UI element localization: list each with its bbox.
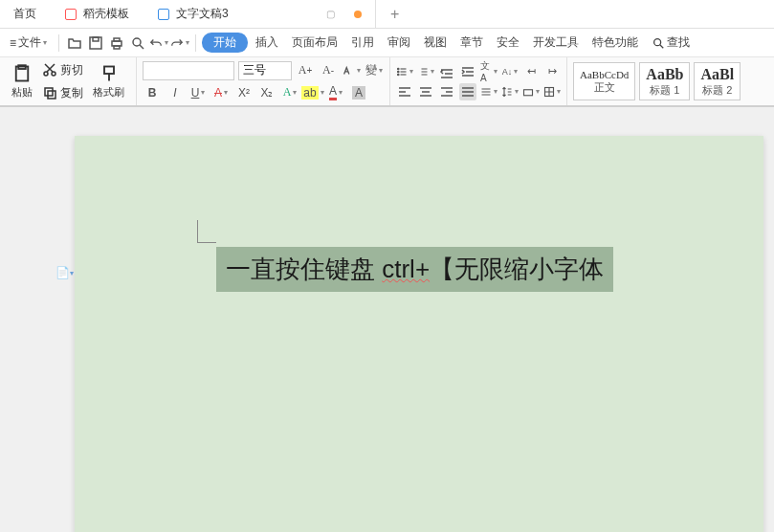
menu-start[interactable]: 开始 (202, 33, 248, 53)
font-color-button[interactable]: A (326, 83, 345, 102)
cursor-indicator (197, 220, 216, 243)
style-body[interactable]: AaBbCcDd 正文 (573, 62, 635, 100)
font-group: A+ A- 變 B I U A X² X₂ A ab A A (137, 57, 390, 105)
menu-insert[interactable]: 插入 (250, 31, 284, 55)
restore-icon[interactable]: ▢ (326, 9, 335, 19)
svg-rect-1 (93, 37, 99, 41)
menu-special[interactable]: 特色功能 (586, 31, 644, 55)
text-direction-button[interactable]: 文A (480, 63, 498, 80)
svg-rect-0 (90, 37, 101, 49)
change-case-button[interactable] (342, 61, 361, 80)
numbering-button[interactable] (417, 63, 434, 80)
print-icon[interactable] (107, 33, 126, 53)
subscript-button[interactable]: X₂ (257, 83, 276, 102)
indent-button[interactable]: ↦ (543, 63, 561, 80)
paste-button[interactable]: 粘贴 (6, 64, 38, 100)
menu-reference[interactable]: 引用 (345, 31, 380, 55)
svg-rect-4 (114, 46, 120, 49)
menu-devtools[interactable]: 开发工具 (527, 31, 585, 55)
app-menu-button[interactable]: ≡文件▾ (4, 31, 53, 55)
copy-button[interactable]: 复制 (38, 83, 87, 103)
svg-point-6 (654, 38, 661, 45)
sort-button[interactable]: A↓ (501, 63, 519, 80)
separator (195, 34, 196, 52)
template-icon (64, 8, 77, 21)
text-effects-button[interactable]: A (280, 83, 299, 102)
menu-layout[interactable]: 页面布局 (286, 31, 343, 55)
search-button[interactable]: 查找 (646, 31, 696, 55)
superscript-button[interactable]: X² (234, 83, 254, 102)
undo-button[interactable] (149, 33, 168, 53)
separator (58, 34, 59, 52)
menu-chapter[interactable]: 章节 (454, 31, 489, 55)
svg-point-14 (398, 68, 400, 70)
italic-button[interactable]: I (166, 83, 185, 102)
outdent-button[interactable]: ↤ (522, 63, 540, 80)
align-left-button[interactable] (396, 83, 413, 100)
borders-button[interactable] (543, 83, 561, 100)
distribute-button[interactable] (480, 83, 498, 100)
tab-template[interactable]: 稻壳模板 (51, 0, 144, 28)
line-spacing-button[interactable] (501, 83, 519, 100)
shading-button[interactable] (522, 83, 540, 100)
paragraph-marker-icon[interactable]: 📄▾ (55, 264, 73, 281)
svg-point-15 (398, 71, 400, 73)
document-canvas[interactable]: 📄▾ 一直按住键盘 ctrl+【无限缩小字体 (0, 107, 774, 532)
format-painter-button[interactable]: 格式刷 (87, 64, 130, 100)
tab-document[interactable]: 文字文稿3 ▢ (144, 0, 376, 28)
indent-decrease-button[interactable] (438, 63, 455, 80)
svg-point-16 (398, 74, 400, 76)
shrink-font-button[interactable]: A- (319, 61, 338, 80)
doc-icon (157, 8, 170, 21)
clipboard-group: 粘贴 剪切 复制 格式刷 (0, 57, 137, 105)
new-tab-button[interactable]: + (376, 0, 414, 28)
bullets-button[interactable] (396, 63, 413, 80)
svg-rect-3 (114, 38, 120, 41)
document-tabs: 首页 稻壳模板 文字文稿3 ▢ + (0, 0, 774, 29)
selected-text[interactable]: 一直按住键盘 ctrl+【无限缩小字体 (216, 247, 613, 292)
svg-point-9 (44, 72, 48, 76)
align-right-button[interactable] (438, 83, 455, 100)
style-heading2[interactable]: AaBl 标题 2 (694, 62, 741, 100)
highlight-button[interactable]: ab (303, 83, 322, 102)
char-shading-button[interactable]: A (349, 83, 368, 102)
menu-review[interactable]: 审阅 (382, 31, 416, 55)
font-family-select[interactable] (143, 61, 234, 80)
svg-rect-17 (524, 89, 533, 95)
tab-home[interactable]: 首页 (0, 0, 51, 28)
style-heading1[interactable]: AaBb 标题 1 (639, 62, 690, 100)
styles-group: AaBbCcDd 正文 AaBb 标题 1 AaBl 标题 2 (567, 57, 750, 105)
menu-view[interactable]: 视图 (418, 31, 453, 55)
strikethrough-button[interactable]: A (211, 83, 231, 102)
svg-rect-13 (104, 66, 114, 74)
align-center-button[interactable] (417, 83, 434, 100)
font-size-select[interactable] (238, 61, 292, 80)
svg-rect-11 (45, 88, 53, 96)
modified-dot-icon (354, 11, 362, 18)
open-icon[interactable] (65, 33, 84, 53)
ribbon: 粘贴 剪切 复制 格式刷 A+ A- 變 B I U A (0, 57, 774, 107)
paragraph-group: 文A A↓ ↤ ↦ (390, 57, 567, 105)
cut-button[interactable]: 剪切 (38, 60, 87, 80)
bold-button[interactable]: B (143, 83, 162, 102)
svg-point-10 (52, 72, 55, 76)
page[interactable]: 📄▾ 一直按住键盘 ctrl+【无限缩小字体 (75, 136, 763, 532)
save-icon[interactable] (86, 33, 105, 53)
svg-point-5 (133, 38, 141, 46)
align-justify-button[interactable] (459, 83, 476, 100)
phonetic-guide-button[interactable]: 變 (365, 61, 384, 80)
underline-button[interactable]: U (188, 83, 208, 102)
menu-security[interactable]: 安全 (491, 31, 525, 55)
menubar: ≡文件▾ 开始 插入 页面布局 引用 审阅 视图 章节 安全 开发工具 特色功能… (0, 29, 774, 57)
preview-icon[interactable] (128, 33, 147, 53)
svg-rect-12 (48, 91, 55, 99)
grow-font-button[interactable]: A+ (296, 61, 315, 80)
indent-increase-button[interactable] (459, 63, 476, 80)
redo-button[interactable] (170, 33, 189, 53)
